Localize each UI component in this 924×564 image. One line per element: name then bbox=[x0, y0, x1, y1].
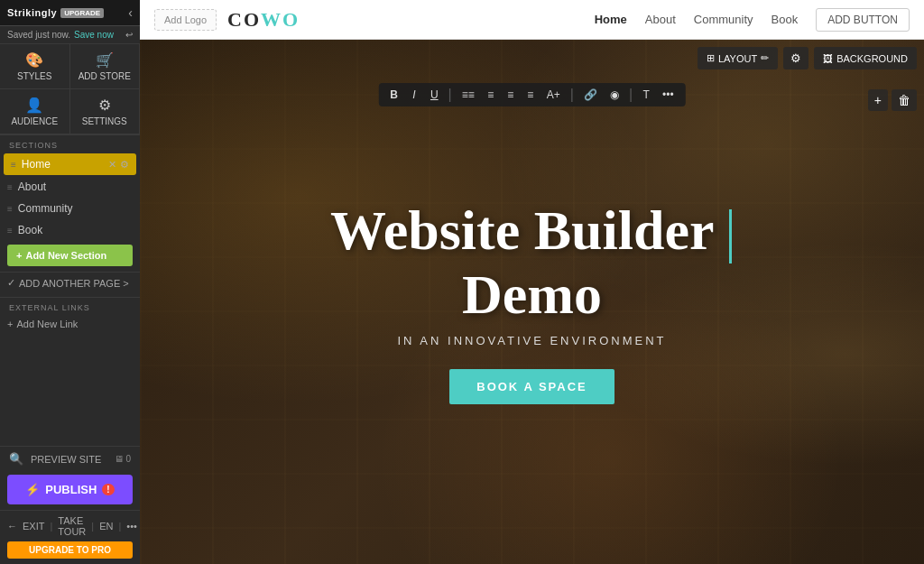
add-store-button[interactable]: 🛒 ADD STORE bbox=[70, 44, 141, 89]
underline-button[interactable]: U bbox=[426, 87, 443, 103]
top-nav: Add Logo COWO Home About Community Book … bbox=[140, 0, 924, 40]
toolbar-sep-2: | bbox=[570, 87, 574, 103]
add-nav-button[interactable]: ADD BUTTON bbox=[816, 8, 910, 32]
language-label[interactable]: EN bbox=[99, 521, 113, 532]
gear-home-button[interactable]: ⚙ bbox=[120, 159, 129, 171]
publish-label: PUBLISH bbox=[45, 483, 97, 496]
add-block-button[interactable]: + bbox=[868, 89, 888, 111]
gear-icon: ⚙ bbox=[98, 97, 111, 114]
audience-button[interactable]: 👤 AUDIENCE bbox=[0, 89, 70, 134]
lightning-icon: ⚡ bbox=[25, 483, 40, 496]
add-another-page-button[interactable]: ✓ ADD ANOTHER PAGE > bbox=[0, 272, 140, 293]
sidebar-top: Strikingly UPGRADE ‹ bbox=[0, 0, 140, 26]
hero-title-line1: Website Builder bbox=[330, 199, 713, 261]
font-size-button[interactable]: A+ bbox=[542, 87, 565, 103]
layout-icon: ⊞ bbox=[707, 52, 715, 64]
hero-title[interactable]: Website Builder Demo bbox=[330, 199, 734, 325]
more-options-button[interactable]: ••• bbox=[658, 87, 679, 103]
layout-label: LAYOUT bbox=[718, 53, 757, 64]
list-button[interactable]: ≡≡ bbox=[457, 87, 479, 103]
site-title-co: CO bbox=[227, 8, 261, 31]
home-item-actions: ✕ ⚙ bbox=[108, 159, 129, 171]
color-button[interactable]: ◉ bbox=[605, 87, 624, 103]
upgrade-to-pro-button[interactable]: UPGRADE TO PRO bbox=[7, 541, 133, 559]
settings-label: SETTINGS bbox=[82, 116, 127, 126]
external-links-label: EXTERNAL LINKS bbox=[0, 297, 140, 315]
strikingly-brand-name: Strikingly bbox=[7, 7, 57, 18]
align-right-button[interactable]: ≡ bbox=[522, 87, 539, 103]
section-item-book[interactable]: ≡ Book bbox=[0, 219, 140, 241]
publish-button[interactable]: ⚡ PUBLISH ! bbox=[7, 475, 133, 504]
site-title-wo: WO bbox=[261, 8, 300, 31]
background-label: BACKGROUND bbox=[836, 53, 908, 64]
text-formatting-toolbar: B I U | ≡≡ ≡ ≡ ≡ A+ | 🔗 ◉ | T ••• bbox=[378, 83, 685, 106]
settings-button[interactable]: ⚙ SETTINGS bbox=[70, 89, 141, 134]
styles-button[interactable]: 🎨 STYLES bbox=[0, 44, 70, 89]
top-right-controls: ⊞ LAYOUT ✏ ⚙ 🖼 BACKGROUND bbox=[698, 47, 917, 69]
upgrade-badge[interactable]: UPGRADE bbox=[60, 8, 104, 18]
add-store-label: ADD STORE bbox=[79, 71, 131, 81]
hero-subtitle: IN AN INNOVATIVE ENVIRONMENT bbox=[397, 334, 666, 347]
store-icon: 🛒 bbox=[96, 51, 114, 69]
exit-icon: ← bbox=[7, 521, 17, 532]
image-icon: 🖼 bbox=[823, 53, 833, 64]
delete-block-button[interactable]: 🗑 bbox=[892, 89, 917, 111]
section-item-community[interactable]: ≡ Community bbox=[0, 198, 140, 219]
hero-gear-button[interactable]: ⚙ bbox=[783, 47, 808, 69]
exit-label[interactable]: EXIT bbox=[23, 521, 44, 532]
sections-label: SECTIONS bbox=[0, 135, 140, 153]
sidebar-collapse-button[interactable]: ‹ bbox=[128, 5, 133, 20]
add-new-link-label: Add New Link bbox=[16, 319, 78, 329]
save-now-link[interactable]: Save now bbox=[74, 30, 114, 40]
preview-count: 🖥 0 bbox=[115, 454, 131, 464]
nav-link-about[interactable]: About bbox=[645, 13, 676, 26]
check-icon: ✓ bbox=[7, 277, 15, 289]
section-label-community: Community bbox=[18, 202, 73, 215]
add-logo-button[interactable]: Add Logo bbox=[154, 9, 217, 31]
undo-button[interactable]: ↩ bbox=[125, 30, 133, 40]
hero-title-line2: Demo bbox=[462, 264, 602, 325]
more-icon: ••• bbox=[126, 521, 137, 532]
add-another-page-label: ADD ANOTHER PAGE > bbox=[19, 278, 129, 289]
monitor-icon: 🖥 bbox=[115, 454, 124, 464]
section-item-about[interactable]: ≡ About bbox=[0, 176, 140, 198]
section-item-home[interactable]: ≡ Home ✕ ⚙ bbox=[4, 153, 136, 175]
bold-button[interactable]: B bbox=[385, 87, 402, 103]
edit-icon: ✏ bbox=[761, 52, 769, 64]
nav-link-book[interactable]: Book bbox=[772, 13, 799, 26]
search-icon: 🔍 bbox=[9, 452, 23, 466]
upgrade-to-pro-label: UPGRADE TO PRO bbox=[29, 545, 111, 555]
saved-text: Saved just now. bbox=[7, 30, 70, 40]
audience-label: AUDIENCE bbox=[11, 116, 58, 126]
sidebar-footer: ← EXIT | TAKE TOUR | EN | ••• bbox=[0, 510, 140, 541]
hero-cta-button[interactable]: BOOK A SPACE bbox=[449, 369, 614, 404]
add-new-link-button[interactable]: + Add New Link bbox=[0, 315, 140, 333]
link-button[interactable]: 🔗 bbox=[579, 87, 602, 103]
preview-site-label: PREVIEW SITE bbox=[31, 454, 101, 465]
content-area: ⊞ LAYOUT ✏ ⚙ 🖼 BACKGROUND + 🗑 B I U | ≡≡… bbox=[140, 40, 924, 564]
italic-button[interactable]: I bbox=[406, 87, 422, 103]
plus-link-icon: + bbox=[7, 319, 13, 329]
take-tour-label[interactable]: TAKE TOUR bbox=[58, 515, 86, 537]
preview-site-button[interactable]: 🔍 PREVIEW SITE 🖥 0 bbox=[0, 447, 140, 471]
layout-button[interactable]: ⊞ LAYOUT ✏ bbox=[698, 47, 778, 69]
add-new-section-button[interactable]: + Add New Section bbox=[7, 245, 133, 266]
audience-icon: 👤 bbox=[25, 97, 43, 114]
toolbar-sep-3: | bbox=[629, 87, 633, 103]
sidebar-bottom: 🔍 PREVIEW SITE 🖥 0 ⚡ PUBLISH ! ← EXIT | … bbox=[0, 446, 140, 564]
sidebar: Strikingly UPGRADE ‹ Saved just now. Sav… bbox=[0, 0, 140, 564]
strikingly-logo: Strikingly UPGRADE bbox=[7, 7, 104, 18]
quick-actions: 🎨 STYLES 🛒 ADD STORE 👤 AUDIENCE ⚙ SETTIN… bbox=[0, 44, 140, 135]
background-button[interactable]: 🖼 BACKGROUND bbox=[814, 47, 917, 69]
text-cursor bbox=[729, 209, 732, 264]
nav-link-community[interactable]: Community bbox=[694, 13, 753, 26]
nav-link-home[interactable]: Home bbox=[595, 13, 627, 26]
saved-bar: Saved just now. Save now ↩ bbox=[0, 26, 140, 44]
drag-handle-book: ≡ bbox=[7, 226, 13, 236]
text-type-button[interactable]: T bbox=[638, 87, 654, 103]
align-left-button[interactable]: ≡ bbox=[483, 87, 499, 103]
close-home-button[interactable]: ✕ bbox=[108, 159, 116, 171]
footer-separator-1: | bbox=[50, 521, 52, 532]
palette-icon: 🎨 bbox=[25, 51, 43, 69]
align-center-button[interactable]: ≡ bbox=[503, 87, 519, 103]
